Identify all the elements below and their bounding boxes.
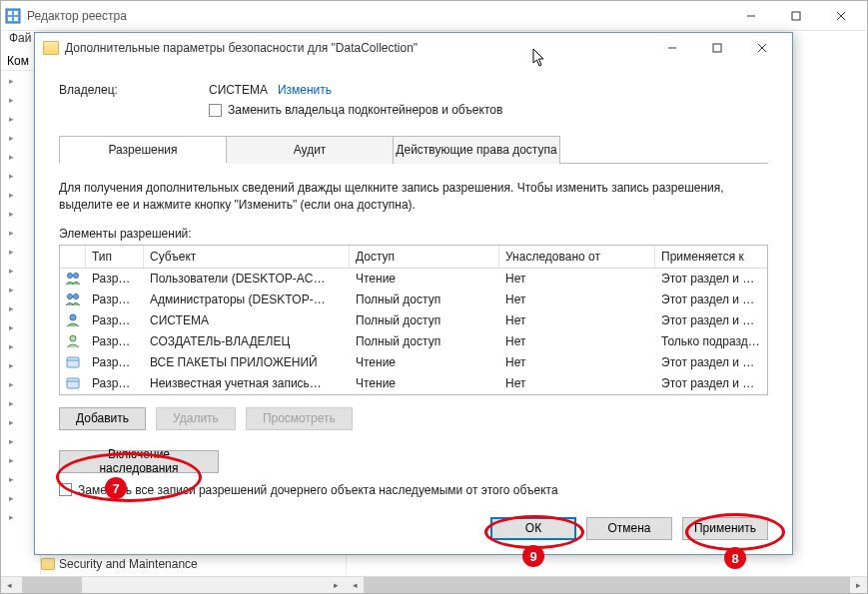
cell-applies: Этот раздел и его подразделы — [655, 313, 767, 327]
cell-type: Разр… — [86, 313, 144, 327]
scroll-right-button[interactable]: ▸ — [328, 577, 345, 593]
chevron-right-icon: ▸ — [9, 303, 14, 313]
chevron-right-icon: ▸ — [9, 512, 14, 522]
svg-point-14 — [74, 274, 79, 279]
svg-rect-10 — [713, 44, 721, 52]
cell-type: Разр… — [86, 355, 144, 369]
permission-icon — [60, 334, 86, 348]
cell-type: Разр… — [86, 376, 144, 390]
cell-applies: Только подразделы — [655, 334, 767, 348]
chevron-right-icon: ▸ — [9, 76, 14, 86]
table-row[interactable]: Разр…СИСТЕМАПолный доступНетЭтот раздел … — [60, 310, 767, 331]
cell-type: Разр… — [86, 293, 144, 306]
scroll-left-button[interactable]: ◂ — [1, 577, 18, 593]
cell-inherited: Нет — [499, 334, 655, 348]
svg-rect-21 — [67, 378, 79, 388]
folder-icon — [41, 558, 55, 570]
cell-type: Разр… — [86, 334, 144, 348]
permission-entries-grid[interactable]: Тип Субъект Доступ Унаследовано от Приме… — [59, 245, 768, 395]
replace-owner-label: Заменить владельца подконтейнеров и объе… — [228, 103, 502, 117]
apply-button[interactable]: Применить — [682, 517, 768, 540]
col-inherited[interactable]: Унаследовано от — [499, 246, 655, 268]
chevron-right-icon: ▸ — [9, 266, 14, 276]
tab-permissions[interactable]: Разрешения — [59, 136, 227, 164]
cell-subject: Администраторы (DESKTOP-… — [144, 293, 350, 306]
replace-owner-checkbox[interactable]: Заменить владельца подконтейнеров и объе… — [209, 103, 502, 117]
cell-inherited: Нет — [499, 272, 655, 286]
cell-access: Полный доступ — [350, 313, 499, 327]
svg-rect-3 — [8, 17, 12, 21]
advanced-security-dialog: Дополнительные параметры безопасности дл… — [34, 32, 793, 555]
cell-subject: СОЗДАТЕЛЬ-ВЛАДЕЛЕЦ — [144, 334, 350, 348]
chevron-right-icon: ▸ — [9, 360, 14, 370]
chevron-right-icon: ▸ — [9, 228, 14, 238]
cell-access: Полный доступ — [350, 293, 499, 306]
col-access[interactable]: Доступ — [350, 246, 499, 268]
owner-value: СИСТЕМА — [209, 83, 268, 97]
permission-icon — [60, 272, 86, 286]
view-button[interactable]: Просмотреть — [246, 407, 353, 430]
tab-effective-access[interactable]: Действующие права доступа — [393, 136, 560, 164]
cell-inherited: Нет — [499, 293, 655, 306]
table-row[interactable]: Разр…Неизвестная учетная запись…ЧтениеНе… — [60, 373, 767, 394]
parent-minimize-button[interactable] — [728, 1, 773, 30]
ok-button[interactable]: ОК — [490, 517, 576, 540]
scroll-left-button[interactable]: ◂ — [347, 577, 364, 593]
dialog-maximize-button[interactable] — [694, 34, 739, 63]
tab-audit[interactable]: Аудит — [226, 136, 394, 164]
owner-label: Владелец: — [59, 83, 209, 97]
dialog-minimize-button[interactable] — [649, 34, 694, 63]
grid-header: Тип Субъект Доступ Унаследовано от Приме… — [60, 246, 767, 269]
chevron-right-icon: ▸ — [9, 455, 14, 465]
table-row[interactable]: Разр…СОЗДАТЕЛЬ-ВЛАДЕЛЕЦПолный доступНетТ… — [60, 331, 767, 352]
add-button[interactable]: Добавить — [59, 407, 146, 430]
cancel-button[interactable]: Отмена — [586, 517, 672, 540]
dialog-titlebar: Дополнительные параметры безопасности дл… — [35, 33, 792, 63]
col-type[interactable]: Тип — [86, 246, 144, 268]
chevron-right-icon: ▸ — [9, 322, 14, 332]
cell-access: Чтение — [350, 355, 499, 369]
svg-rect-6 — [792, 12, 800, 20]
dialog-close-button[interactable] — [739, 34, 784, 63]
folder-icon — [43, 41, 59, 55]
col-subject[interactable]: Субъект — [144, 246, 350, 268]
cell-applies: Этот раздел и его подразделы — [655, 376, 767, 390]
cell-subject: ВСЕ ПАКЕТЫ ПРИЛОЖЕНИЙ — [144, 355, 350, 369]
chevron-right-icon: ▸ — [9, 247, 14, 257]
svg-rect-19 — [67, 357, 79, 367]
enable-inheritance-button[interactable]: Включение наследования — [59, 450, 219, 473]
chevron-right-icon: ▸ — [9, 190, 14, 200]
cell-access: Чтение — [350, 272, 499, 286]
cell-subject: Пользователи (DESKTOP-AC… — [144, 272, 350, 286]
scrollbar-horizontal[interactable]: ◂ ▸ ◂ ▸ — [1, 576, 867, 593]
replace-child-checkbox[interactable]: Заменить все записи разрешений дочернего… — [59, 483, 768, 497]
menu-file[interactable]: Фай — [9, 31, 32, 51]
svg-point-15 — [68, 295, 73, 299]
dialog-title: Дополнительные параметры безопасности дл… — [65, 41, 649, 55]
table-row[interactable]: Разр…Администраторы (DESKTOP-…Полный дос… — [60, 290, 767, 310]
svg-point-18 — [70, 335, 76, 341]
info-text: Для получения дополнительных сведений дв… — [59, 180, 768, 215]
svg-rect-1 — [8, 11, 12, 15]
col-applies[interactable]: Применяется к — [655, 246, 767, 268]
checkbox-icon — [209, 104, 222, 117]
table-row[interactable]: Разр…ВСЕ ПАКЕТЫ ПРИЛОЖЕНИЙЧтениеНетЭтот … — [60, 352, 767, 373]
permission-entries-label: Элементы разрешений: — [59, 227, 768, 241]
permission-icon — [60, 376, 86, 390]
chevron-right-icon: ▸ — [9, 171, 14, 181]
chevron-right-icon: ▸ — [9, 493, 14, 503]
chevron-right-icon: ▸ — [9, 114, 14, 124]
table-row[interactable]: Разр…Пользователи (DESKTOP-AC…ЧтениеНетЭ… — [60, 269, 767, 290]
chevron-right-icon: ▸ — [9, 152, 14, 162]
parent-close-button[interactable] — [818, 1, 863, 30]
parent-title: Редактор реестра — [27, 9, 728, 23]
svg-rect-4 — [14, 17, 18, 21]
tree-item[interactable]: Security and Maintenance — [41, 555, 198, 573]
parent-maximize-button[interactable] — [773, 1, 818, 30]
remove-button[interactable]: Удалить — [156, 407, 236, 430]
cell-subject: СИСТЕМА — [144, 313, 350, 327]
scroll-right-button[interactable]: ▸ — [850, 577, 867, 593]
change-owner-link[interactable]: Изменить — [278, 83, 332, 97]
chevron-right-icon: ▸ — [9, 436, 14, 446]
permission-icon — [60, 293, 86, 306]
